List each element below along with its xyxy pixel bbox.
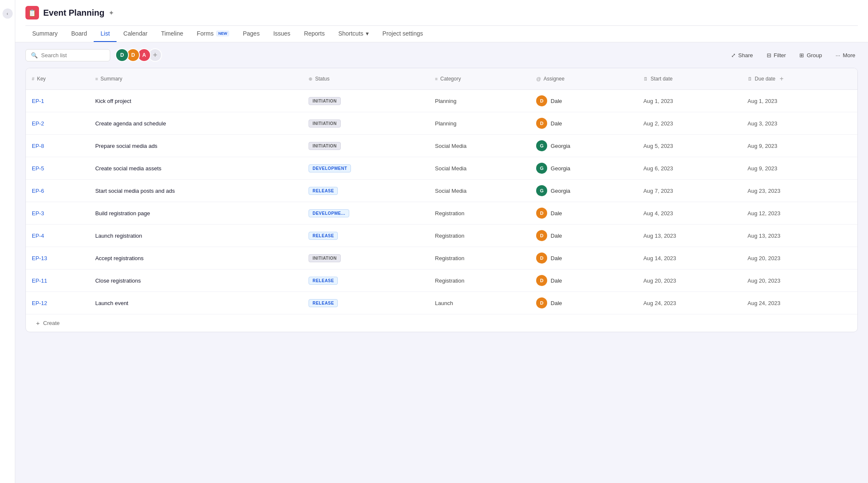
search-box: 🔍 [25, 49, 110, 61]
share-button[interactable]: ⤢ Share [729, 50, 756, 60]
search-icon: 🔍 [31, 52, 38, 58]
tab-timeline[interactable]: Timeline [154, 26, 190, 42]
cell-due-date: Aug 1, 2023 [742, 90, 857, 112]
col-header-start-date[interactable]: 🗓 Start date [637, 68, 742, 90]
tab-project-settings[interactable]: Project settings [376, 26, 430, 42]
sidebar-toggle-button[interactable]: ‹ [3, 8, 13, 19]
table-row: EP-11 Close registrations RELEASE Regist… [26, 269, 857, 292]
cell-category: Social Media [429, 157, 530, 180]
table-row: EP-6 Start social media posts and ads RE… [26, 180, 857, 202]
table-body: EP-1 Kick off project INITIATION Plannin… [26, 90, 857, 314]
cell-start-date: Aug 2, 2023 [637, 112, 742, 135]
cell-status: RELEASE [303, 269, 429, 292]
search-input[interactable] [41, 52, 100, 58]
cell-key[interactable]: EP-8 [26, 135, 89, 157]
project-title: Event Planning [43, 8, 104, 18]
cell-key[interactable]: EP-6 [26, 180, 89, 202]
tab-pages[interactable]: Pages [236, 26, 267, 42]
assignee-avatar: D [536, 297, 547, 308]
col-header-summary[interactable]: ≡ Summary [89, 68, 303, 90]
create-issue-button[interactable]: + Create [26, 314, 857, 332]
tab-reports[interactable]: Reports [297, 26, 331, 42]
cell-key[interactable]: EP-1 [26, 90, 89, 112]
cell-status: INITIATION [303, 247, 429, 269]
group-button[interactable]: ⊞ Group [797, 50, 824, 60]
tab-issues[interactable]: Issues [267, 26, 297, 42]
cell-category: Launch [429, 292, 530, 314]
status-badge: RELEASE [309, 187, 338, 195]
issues-table-container: # Key ≡ Summary ⊕ Status [25, 68, 858, 332]
tab-shortcuts[interactable]: Shortcuts ▾ [331, 26, 376, 42]
cell-assignee: D Dale [530, 225, 637, 247]
col-header-due-date[interactable]: 🗓 Due date + [742, 68, 857, 90]
assignee-name: Dale [551, 278, 562, 284]
col-header-status[interactable]: ⊕ Status [303, 68, 429, 90]
add-column-button[interactable]: + [778, 73, 785, 84]
cell-status: INITIATION [303, 112, 429, 135]
category-col-icon: ≡ [435, 76, 437, 81]
status-col-icon: ⊕ [309, 76, 312, 82]
cell-category: Planning [429, 112, 530, 135]
status-badge: INITIATION [309, 119, 340, 128]
project-header: 📋 Event Planning ✦ [25, 0, 858, 24]
tab-forms[interactable]: Forms NEW [190, 26, 236, 42]
cell-assignee: D Dale [530, 202, 637, 225]
assignee-name: Dale [551, 300, 562, 306]
assignee-name: Dale [551, 255, 562, 261]
cell-key[interactable]: EP-11 [26, 269, 89, 292]
filter-button[interactable]: ⊟ Filter [764, 50, 789, 60]
toolbar-right: ⤢ Share ⊟ Filter ⊞ Group ··· More [729, 50, 858, 60]
tab-board[interactable]: Board [64, 26, 94, 42]
tab-calendar[interactable]: Calendar [117, 26, 154, 42]
col-header-category[interactable]: ≡ Category [429, 68, 530, 90]
assignee-avatar: D [536, 118, 547, 129]
cell-status: RELEASE [303, 225, 429, 247]
cell-summary: Accept registrations [89, 247, 303, 269]
cell-category: Registration [429, 202, 530, 225]
cell-status: DEVELOPME... [303, 202, 429, 225]
avatar-d1[interactable]: D [115, 48, 129, 62]
cell-due-date: Aug 20, 2023 [742, 269, 857, 292]
cell-assignee: D Dale [530, 269, 637, 292]
create-plus-icon: + [36, 319, 40, 327]
project-icon: 📋 [25, 6, 39, 19]
start-date-col-icon: 🗓 [643, 76, 648, 81]
cell-summary: Launch registration [89, 225, 303, 247]
cell-key[interactable]: EP-5 [26, 157, 89, 180]
assignee-col-icon: @ [536, 76, 541, 81]
cell-assignee: G Georgia [530, 157, 637, 180]
assignee-name: Georgia [551, 143, 570, 149]
more-button[interactable]: ··· More [833, 50, 858, 60]
cell-assignee: G Georgia [530, 135, 637, 157]
tab-list[interactable]: List [94, 26, 117, 42]
cell-category: Social Media [429, 135, 530, 157]
cell-start-date: Aug 7, 2023 [637, 180, 742, 202]
ai-sparkle-icon[interactable]: ✦ [108, 9, 114, 17]
cell-start-date: Aug 4, 2023 [637, 202, 742, 225]
cell-key[interactable]: EP-13 [26, 247, 89, 269]
col-header-assignee[interactable]: @ Assignee [530, 68, 637, 90]
cell-category: Planning [429, 90, 530, 112]
cell-summary: Build registration page [89, 202, 303, 225]
tab-summary[interactable]: Summary [25, 26, 64, 42]
assignee-avatar: D [536, 95, 547, 106]
summary-col-icon: ≡ [95, 76, 98, 81]
table-row: EP-5 Create social media assets DEVELOPM… [26, 157, 857, 180]
cell-due-date: Aug 3, 2023 [742, 112, 857, 135]
cell-key[interactable]: EP-2 [26, 112, 89, 135]
cell-status: INITIATION [303, 90, 429, 112]
cell-assignee: G Georgia [530, 180, 637, 202]
cell-start-date: Aug 1, 2023 [637, 90, 742, 112]
assignee-name: Georgia [551, 165, 570, 172]
table-row: EP-12 Launch event RELEASE Launch D Dale… [26, 292, 857, 314]
cell-key[interactable]: EP-3 [26, 202, 89, 225]
cell-start-date: Aug 14, 2023 [637, 247, 742, 269]
cell-status: INITIATION [303, 135, 429, 157]
issues-table: # Key ≡ Summary ⊕ Status [26, 68, 857, 314]
assignee-name: Georgia [551, 188, 570, 194]
cell-assignee: D Dale [530, 90, 637, 112]
col-header-key[interactable]: # Key [26, 68, 89, 90]
cell-key[interactable]: EP-12 [26, 292, 89, 314]
cell-key[interactable]: EP-4 [26, 225, 89, 247]
cell-start-date: Aug 13, 2023 [637, 225, 742, 247]
